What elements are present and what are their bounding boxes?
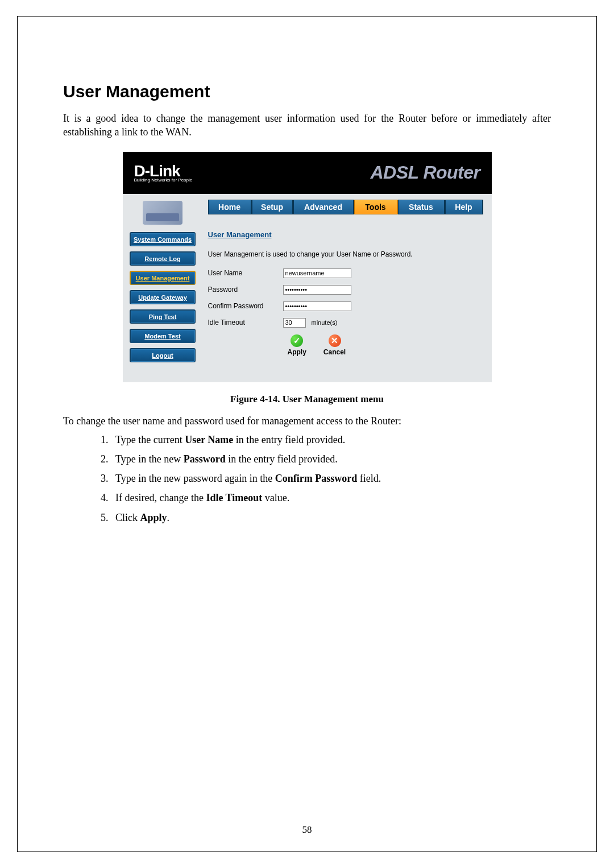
tab-status[interactable]: Status	[398, 200, 445, 214]
main-panel: Home Setup Advanced Tools Status Help Us…	[202, 194, 492, 382]
brand-name: D-Link	[134, 162, 180, 180]
row-timeout: Idle Timeout minute(s)	[208, 318, 484, 328]
step-5: Click Apply.	[111, 511, 551, 524]
instructions-lead: To change the user name and password use…	[63, 415, 551, 427]
page-frame: User Management It is a good idea to cha…	[17, 16, 597, 852]
label-timeout: Idle Timeout	[208, 319, 283, 326]
cancel-label: Cancel	[323, 348, 346, 356]
tab-setup[interactable]: Setup	[252, 200, 293, 214]
screenshot-header: D-Link Building Networks for People ADSL…	[123, 152, 492, 194]
sidebar-item-remote-log[interactable]: Remote Log	[130, 251, 196, 266]
row-username: User Name	[208, 268, 484, 278]
sidebar-item-user-management[interactable]: User Management	[130, 271, 196, 285]
sidebar-item-ping-test[interactable]: Ping Test	[130, 309, 196, 324]
input-confirm[interactable]	[283, 301, 351, 311]
tab-advanced[interactable]: Advanced	[293, 200, 354, 214]
cancel-button[interactable]: ✕ Cancel	[323, 334, 346, 356]
screenshot-body: System Commands Remote Log User Manageme…	[123, 194, 492, 382]
sidebar-item-logout[interactable]: Logout	[130, 348, 196, 362]
label-confirm: Confirm Password	[208, 302, 283, 310]
sidebar-item-modem-test[interactable]: Modem Test	[130, 329, 196, 343]
input-username[interactable]	[283, 268, 351, 278]
router-image-icon	[143, 201, 182, 225]
page-number: 58	[18, 824, 596, 836]
apply-label: Apply	[288, 348, 306, 356]
product-title: ADSL Router	[370, 162, 480, 183]
figure-caption: Figure 4-14. User Management menu	[63, 394, 551, 405]
timeout-unit: minute(s)	[312, 319, 338, 326]
input-timeout[interactable]	[283, 318, 306, 328]
input-password[interactable]	[283, 285, 351, 295]
check-icon: ✓	[291, 334, 303, 347]
dlink-logo: D-Link Building Networks for People	[134, 163, 193, 183]
router-screenshot: D-Link Building Networks for People ADSL…	[123, 152, 492, 382]
button-row: ✓ Apply ✕ Cancel	[288, 334, 484, 356]
sidebar-item-system-commands[interactable]: System Commands	[130, 232, 196, 246]
sidebar-item-update-gateway[interactable]: Update Gateway	[130, 290, 196, 304]
panel-description: User Management is used to change your U…	[208, 250, 484, 258]
sidebar: System Commands Remote Log User Manageme…	[123, 194, 202, 382]
tab-help[interactable]: Help	[445, 200, 483, 214]
intro-paragraph: It is a good idea to change the manageme…	[63, 111, 551, 139]
step-1: Type the current User Name in the entry …	[111, 433, 551, 447]
row-password: Password	[208, 285, 484, 295]
close-icon: ✕	[329, 334, 341, 347]
tab-home[interactable]: Home	[208, 200, 252, 214]
row-confirm: Confirm Password	[208, 301, 484, 311]
tab-bar: Home Setup Advanced Tools Status Help	[208, 200, 484, 214]
label-username: User Name	[208, 269, 283, 277]
instruction-list: Type the current User Name in the entry …	[63, 433, 551, 524]
step-4: If desired, change the Idle Timeout valu…	[111, 491, 551, 505]
apply-button[interactable]: ✓ Apply	[288, 334, 306, 356]
page-title: User Management	[63, 82, 551, 101]
step-2: Type in the new Password in the entry fi…	[111, 452, 551, 466]
tab-tools[interactable]: Tools	[354, 200, 398, 214]
brand-tagline: Building Networks for People	[134, 178, 193, 183]
label-password: Password	[208, 286, 283, 294]
panel-title: User Management	[208, 230, 484, 239]
step-3: Type in the new password again in the Co…	[111, 472, 551, 485]
